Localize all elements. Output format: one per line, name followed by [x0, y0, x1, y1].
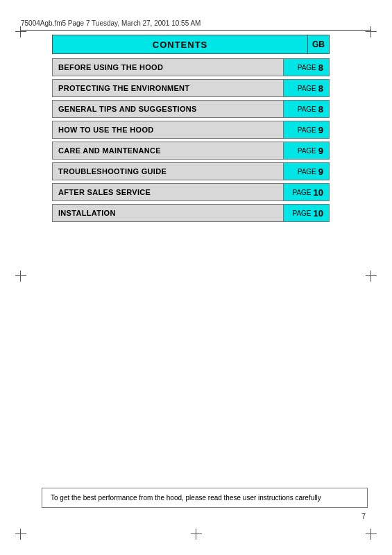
toc-item-page: PAGE8	[283, 101, 329, 117]
page-num: 9	[318, 146, 323, 156]
toc-row: INSTALLATIONPAGE10	[52, 204, 330, 222]
toc-row: TROUBLESHOOTING GUIDEPAGE9	[52, 162, 330, 180]
page-word: PAGE	[298, 85, 316, 92]
page-num: 8	[318, 62, 323, 73]
toc-item-page: PAGE10	[283, 184, 329, 200]
toc-row: AFTER SALES SERVICEPAGE10	[52, 183, 330, 201]
toc-list: BEFORE USING THE HOODPAGE8PROTECTING THE…	[52, 58, 330, 222]
page-num: 10	[314, 208, 323, 219]
toc-item-page: PAGE9	[283, 121, 329, 138]
toc-item-label: CARE AND MAINTENANCE	[53, 142, 283, 159]
toc-item-label: GENERAL TIPS AND SUGGESTIONS	[53, 101, 283, 117]
crosshair-bottom-right	[366, 529, 377, 540]
contents-header: CONTENTS GB	[52, 35, 330, 54]
page-num: 8	[318, 104, 323, 114]
toc-row: HOW TO USE THE HOODPAGE9	[52, 121, 330, 139]
header-bar: 75004Agb.fm5 Page 7 Tuesday, March 27, 2…	[21, 19, 371, 31]
toc-item-page: PAGE10	[283, 205, 329, 221]
contents-title: CONTENTS	[52, 35, 307, 54]
toc-item-label: INSTALLATION	[53, 205, 283, 221]
page-word: PAGE	[298, 105, 316, 113]
page-word: PAGE	[298, 126, 316, 134]
toc-item-label: AFTER SALES SERVICE	[53, 184, 283, 200]
toc-item-label: BEFORE USING THE HOOD	[53, 59, 283, 76]
toc-item-page: PAGE8	[283, 59, 329, 76]
toc-item-label: PROTECTING THE ENVIRONMENT	[53, 80, 283, 96]
page-container: 75004Agb.fm5 Page 7 Tuesday, March 27, 2…	[0, 0, 392, 555]
toc-item-page: PAGE9	[283, 163, 329, 180]
page-number: 7	[361, 512, 366, 520]
page-num: 9	[318, 166, 323, 177]
toc-item-label: HOW TO USE THE HOOD	[53, 121, 283, 138]
toc-row: CARE AND MAINTENANCEPAGE9	[52, 142, 330, 160]
page-word: PAGE	[298, 64, 316, 71]
page-num: 8	[318, 83, 323, 94]
crosshair-bottom-left	[15, 529, 26, 540]
page-num: 9	[318, 125, 323, 135]
bottom-note: To get the best performance from the hoo…	[42, 488, 368, 508]
toc-item-page: PAGE8	[283, 80, 329, 96]
page-word: PAGE	[292, 210, 311, 217]
page-word: PAGE	[298, 147, 316, 155]
toc-item-page: PAGE9	[283, 142, 329, 159]
toc-item-label: TROUBLESHOOTING GUIDE	[53, 163, 283, 180]
page-word: PAGE	[292, 189, 311, 196]
main-content: CONTENTS GB BEFORE USING THE HOODPAGE8PR…	[52, 35, 330, 225]
page-word: PAGE	[298, 168, 316, 176]
toc-row: GENERAL TIPS AND SUGGESTIONSPAGE8	[52, 100, 330, 118]
toc-row: PROTECTING THE ENVIRONMENTPAGE8	[52, 79, 330, 97]
page-num: 10	[314, 187, 323, 198]
crosshair-mid-left	[15, 271, 26, 282]
toc-row: BEFORE USING THE HOODPAGE8	[52, 58, 330, 76]
contents-gb-badge: GB	[307, 35, 330, 54]
crosshair-mid-right	[366, 271, 377, 282]
crosshair-bottom-center	[191, 529, 202, 540]
header-filename: 75004Agb.fm5 Page 7 Tuesday, March 27, 2…	[21, 19, 201, 27]
